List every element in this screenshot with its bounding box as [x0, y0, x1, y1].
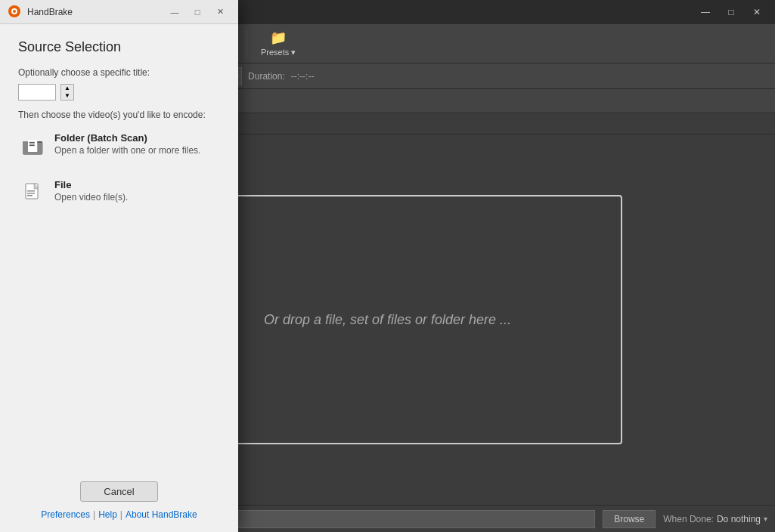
- folder-option-text: Folder (Batch Scan) Open a folder with o…: [54, 132, 200, 156]
- source-selection-panel: HandBrake — □ ✕ Source Selection Optiona…: [0, 0, 238, 532]
- svg-point-5: [13, 10, 16, 13]
- app-window: HandBrake — □ ✕ ▶ Start Encode 🎬 Queue 🎞…: [0, 0, 775, 532]
- minimize-button[interactable]: —: [693, 2, 718, 23]
- title-spinner-row: ▲ ▼: [18, 84, 220, 101]
- source-panel-title: HandBrake: [27, 7, 73, 17]
- when-done-container: When Done: Do nothing ▾: [663, 514, 767, 524]
- svg-rect-11: [29, 144, 35, 146]
- browse-button[interactable]: Browse: [603, 510, 656, 528]
- close-button[interactable]: ✕: [745, 2, 769, 23]
- source-maximize-button[interactable]: □: [187, 3, 208, 21]
- choose-encode-label: Then choose the video(s) you'd like to e…: [18, 110, 220, 120]
- source-panel-body: Source Selection Optionally choose a spe…: [0, 24, 238, 472]
- maximize-button[interactable]: □: [719, 2, 743, 23]
- duration-value: --:--:--: [291, 71, 315, 82]
- title-selection-label: Optionally choose a specific title:: [18, 67, 220, 78]
- svg-rect-16: [27, 195, 33, 196]
- toolbar-separator-3: [246, 30, 247, 57]
- spinner-up-button[interactable]: ▲: [61, 85, 73, 92]
- source-minimize-button[interactable]: —: [164, 3, 185, 21]
- title-spinner-input[interactable]: [18, 84, 56, 101]
- svg-rect-10: [29, 142, 35, 144]
- cancel-button[interactable]: Cancel: [80, 481, 157, 502]
- source-panel-footer: Cancel Preferences | Help | About HandBr…: [0, 472, 238, 532]
- source-links: Preferences | Help | About HandBrake: [41, 509, 197, 520]
- about-handbrake-link[interactable]: About HandBrake: [126, 509, 197, 520]
- file-option-text: File Open video file(s).: [54, 179, 128, 203]
- source-close-button[interactable]: ✕: [209, 3, 231, 21]
- help-link[interactable]: Help: [98, 509, 117, 520]
- folder-option[interactable]: Folder (Batch Scan) Open a folder with o…: [18, 129, 220, 164]
- spinner-down-button[interactable]: ▼: [61, 92, 73, 100]
- source-panel-app-icon: [8, 5, 23, 20]
- title-spinner-buttons: ▲ ▼: [60, 84, 74, 101]
- preferences-link[interactable]: Preferences: [41, 509, 90, 520]
- file-option-title: File: [54, 179, 128, 190]
- when-done-arrow: ▾: [764, 515, 767, 523]
- duration-label: Duration:: [248, 71, 285, 82]
- presets-button[interactable]: 📁 Presets ▾: [253, 27, 303, 60]
- folder-option-description: Open a folder with one or more files.: [54, 145, 200, 156]
- link-separator-2: |: [120, 509, 122, 520]
- file-option[interactable]: File Open video file(s).: [18, 176, 220, 211]
- svg-rect-14: [27, 190, 35, 192]
- presets-icon: 📁: [270, 29, 287, 46]
- source-panel-titlebar: HandBrake — □ ✕: [0, 0, 238, 24]
- folder-option-title: Folder (Batch Scan): [54, 132, 200, 144]
- window-controls: — □ ✕: [693, 2, 769, 23]
- folder-icon: [21, 132, 45, 161]
- drop-zone-text: Or drop a file, set of files or folder h…: [264, 312, 511, 328]
- link-separator-1: |: [93, 509, 95, 520]
- when-done-label: When Done:: [663, 514, 714, 524]
- file-option-description: Open video file(s).: [54, 192, 128, 203]
- when-done-value: Do nothing: [717, 514, 761, 524]
- source-heading: Source Selection: [18, 39, 220, 55]
- svg-rect-15: [27, 193, 35, 194]
- source-panel-controls: — □ ✕: [164, 3, 231, 21]
- file-icon: [21, 179, 45, 208]
